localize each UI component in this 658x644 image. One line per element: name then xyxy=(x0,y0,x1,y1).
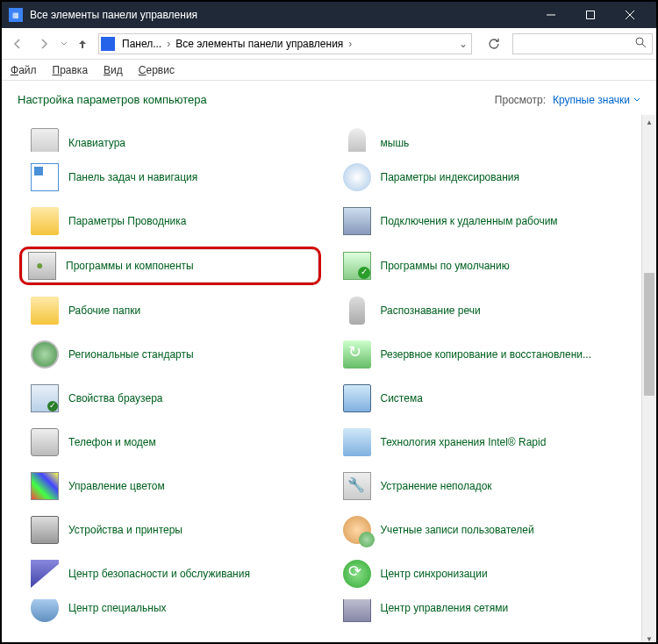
view-select[interactable]: Крупные значки xyxy=(553,94,640,106)
item-browser[interactable]: Свойства браузера xyxy=(26,380,321,417)
folder-icon xyxy=(31,207,59,235)
menu-tools[interactable]: Сервис xyxy=(139,64,175,76)
users-icon xyxy=(343,516,371,544)
page-title: Настройка параметров компьютера xyxy=(18,93,207,106)
flag-icon xyxy=(31,560,59,588)
item-explorer[interactable]: Параметры Проводника xyxy=(26,203,321,240)
chevron-down-icon[interactable]: ⌄ xyxy=(457,38,469,50)
item-keyboard[interactable]: Клавиатура xyxy=(26,115,321,152)
item-troubleshoot[interactable]: Устранение неполадок xyxy=(339,468,633,504)
monitor-icon xyxy=(343,384,371,412)
item-remote[interactable]: Подключения к удаленным рабочим xyxy=(339,203,633,240)
item-mouse[interactable]: мышь xyxy=(339,115,633,152)
item-system[interactable]: Система xyxy=(339,380,633,417)
svg-line-5 xyxy=(642,44,646,47)
refresh-icon xyxy=(488,38,500,50)
breadcrumb-seg1[interactable]: Панел... xyxy=(118,38,165,50)
storage-icon xyxy=(343,428,371,456)
up-icon xyxy=(76,38,89,50)
network-icon xyxy=(343,599,371,622)
scroll-thumb[interactable] xyxy=(644,273,654,396)
chevron-right-icon: › xyxy=(347,38,354,50)
item-phone[interactable]: Телефон и модем xyxy=(26,424,321,461)
item-sync[interactable]: Центр синхронизации xyxy=(339,555,633,592)
close-button[interactable] xyxy=(610,2,649,28)
search-icon xyxy=(635,37,647,51)
item-taskbar[interactable]: Панель задач и навигация xyxy=(26,159,321,196)
chevron-down-icon xyxy=(633,97,640,104)
maximize-button[interactable] xyxy=(570,2,610,28)
breadcrumb-seg2[interactable]: Все элементы панели управления xyxy=(172,38,347,50)
window-controls xyxy=(531,2,649,28)
scroll-down-button[interactable]: ▼ xyxy=(642,632,656,644)
chevron-right-icon: › xyxy=(165,38,172,50)
minimize-icon xyxy=(547,11,555,19)
chevron-down-icon xyxy=(61,40,68,47)
item-intel[interactable]: Технология хранения Intel® Rapid xyxy=(339,424,633,461)
item-programs[interactable]: Программы и компоненты xyxy=(19,247,321,285)
accessibility-icon xyxy=(31,599,59,622)
item-security[interactable]: Центр безопасности и обслуживания xyxy=(26,555,321,592)
item-workfolders[interactable]: Рабочие папки xyxy=(26,292,321,329)
printer-icon xyxy=(31,516,59,544)
item-color[interactable]: Управление цветом xyxy=(26,468,321,504)
item-backup[interactable]: Резервное копирование и восстановлени... xyxy=(339,336,633,373)
mouse-icon xyxy=(348,128,366,152)
item-indexing[interactable]: Параметры индексирования xyxy=(339,159,633,196)
refresh-button[interactable] xyxy=(481,33,507,54)
item-users[interactable]: Учетные записи пользователей xyxy=(339,512,633,548)
search-input[interactable] xyxy=(512,33,653,54)
item-defaults[interactable]: Программы по умолчанию xyxy=(339,247,633,285)
item-access[interactable]: Центр специальных xyxy=(26,599,321,636)
view-label: Просмотр: xyxy=(495,94,546,106)
item-printers[interactable]: Устройства и принтеры xyxy=(26,512,321,548)
back-button[interactable] xyxy=(5,32,30,56)
item-speech[interactable]: Распознавание речи xyxy=(339,292,633,329)
globe-icon xyxy=(31,340,59,369)
browser-icon xyxy=(31,384,59,412)
item-region[interactable]: Региональные стандарты xyxy=(26,336,321,373)
remote-icon xyxy=(343,207,371,235)
back-icon xyxy=(11,37,25,51)
item-network[interactable]: Центр управления сетями xyxy=(339,599,633,636)
menu-file[interactable]: Файл xyxy=(11,64,37,76)
navbar: Панел... › Все элементы панели управлени… xyxy=(2,28,656,60)
backup-icon xyxy=(343,340,371,369)
forward-icon xyxy=(37,37,51,51)
control-panel-icon: ▦ xyxy=(9,8,23,22)
programs-icon xyxy=(28,252,56,280)
svg-point-4 xyxy=(636,38,643,45)
keyboard-icon xyxy=(31,128,59,152)
wrench-icon xyxy=(343,472,371,500)
maximize-icon xyxy=(586,11,595,19)
titlebar: ▦ Все элементы панели управления xyxy=(2,2,656,28)
scroll-up-button[interactable]: ▲ xyxy=(642,115,656,130)
menu-edit[interactable]: Правка xyxy=(53,64,89,76)
scrollbar[interactable]: ▲ ▼ xyxy=(641,115,656,644)
svg-rect-1 xyxy=(586,11,594,19)
recent-button[interactable] xyxy=(58,32,70,56)
menubar: Файл Правка Вид Сервис xyxy=(2,60,656,81)
items-panel: Клавиатура мышь Панель задач и навигация… xyxy=(2,115,641,644)
microphone-icon xyxy=(349,297,365,325)
minimize-button[interactable] xyxy=(531,2,570,28)
color-icon xyxy=(31,472,59,500)
phone-icon xyxy=(31,428,59,456)
forward-button[interactable] xyxy=(32,32,56,56)
window-title: Все элементы панели управления xyxy=(30,9,531,21)
defaults-icon xyxy=(343,252,371,280)
header: Настройка параметров компьютера Просмотр… xyxy=(2,81,656,115)
up-button[interactable] xyxy=(72,33,93,54)
sync-icon xyxy=(343,560,371,588)
taskbar-icon xyxy=(31,163,59,191)
menu-view[interactable]: Вид xyxy=(104,64,123,76)
indexing-icon xyxy=(343,163,371,191)
workfolders-icon xyxy=(31,297,59,325)
location-icon xyxy=(101,37,115,51)
address-bar[interactable]: Панел... › Все элементы панели управлени… xyxy=(98,33,472,54)
close-icon xyxy=(626,11,634,19)
